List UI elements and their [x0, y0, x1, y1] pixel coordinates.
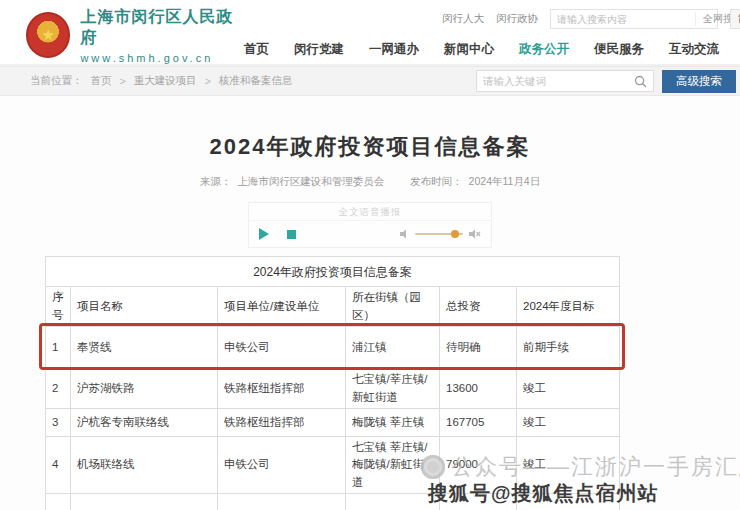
nav-item-gov-affairs[interactable]: 政务公开	[519, 41, 569, 58]
col-header-town: 所在街镇（园区）	[346, 287, 440, 327]
cell-town: 梅陇镇 莘庄镇	[346, 409, 440, 437]
cell-town: 浦江镇	[346, 327, 440, 369]
nav-item-news[interactable]: 新闻中心	[444, 41, 494, 58]
nav-item-party[interactable]: 闵行党建	[294, 41, 344, 58]
nav-item-citizen[interactable]: 便民服务	[594, 41, 644, 58]
volume-slider[interactable]	[415, 233, 463, 235]
table-header-row: 序号 项目名称 项目单位/建设单位 所在街镇（园区） 总投资 2024年度目标	[46, 287, 620, 327]
cell-name: 沪苏湖铁路	[71, 369, 218, 409]
main-nav: 首页 闵行党建 一网通办 新闻中心 政务公开 便民服务 互动交流 投资闵行 闵行…	[244, 34, 740, 64]
cell-no: 1	[46, 327, 71, 369]
col-header-name: 项目名称	[71, 287, 218, 327]
breadcrumb: 当前位置： 首页 > 重大建设项目 > 核准和备案信息	[30, 74, 292, 88]
cell-unit: 铁路枢纽指挥部	[218, 369, 346, 409]
language-selector[interactable]: 简体	[730, 9, 740, 29]
site-search: 全网搜索	[550, 9, 718, 29]
topbar-link-renda[interactable]: 闵行人大	[442, 12, 484, 26]
cell-unit: 申铁公司	[218, 327, 346, 369]
cell-no: 4	[46, 437, 71, 494]
site-url: www.shmh.gov.cn	[80, 52, 244, 64]
watermark-wechat-text: 公众号——江浙沪一手房汇总	[451, 452, 740, 482]
audio-player-title: 全文语音播报	[249, 203, 491, 221]
site-search-input[interactable]	[551, 14, 695, 25]
breadcrumb-separator: >	[120, 75, 126, 87]
wechat-badge-icon	[421, 455, 445, 479]
play-icon[interactable]	[259, 228, 269, 240]
breadcrumb-major-projects[interactable]: 重大建设项目	[134, 74, 197, 88]
page-title: 2024年政府投资项目信息备案	[0, 132, 740, 162]
table-caption: 2024年政府投资项目信息备案	[46, 257, 620, 287]
breadcrumb-approval-info[interactable]: 核准和备案信息	[219, 74, 293, 88]
col-header-unit: 项目单位/建设单位	[218, 287, 346, 327]
cell-target: 前期手续	[517, 327, 620, 369]
publish-date: 2024年11月4日	[469, 175, 541, 187]
table-row-fengxian-line: 1 奉贤线 申铁公司 浦江镇 待明确 前期手续	[46, 327, 620, 369]
nav-item-services[interactable]: 一网通办	[369, 41, 419, 58]
topbar-link-zhengxie[interactable]: 闵行政协	[496, 12, 538, 26]
cell-no: 2	[46, 369, 71, 409]
article-meta: 来源：上海市闵行区建设和管理委员会 发布时间：2024年11月4日	[0, 175, 740, 189]
watermark-wechat: 公众号——江浙沪一手房汇总	[421, 452, 740, 482]
cell-investment: 13600	[440, 369, 517, 409]
search-icon	[634, 75, 647, 88]
breadcrumb-prefix: 当前位置：	[30, 74, 83, 88]
cell-unit: 铁路枢纽指挥部	[218, 409, 346, 437]
cell-unit: 申铁公司	[218, 437, 346, 494]
stop-icon[interactable]	[287, 230, 296, 239]
cell-name: 嘉闵线	[71, 493, 218, 510]
cell-investment: 167705	[440, 409, 517, 437]
publish-label: 发布时间：	[410, 175, 463, 187]
cell-target: 竣工	[517, 409, 620, 437]
topbar: 闵行人大 闵行政协 全网搜索 简体 无障碍 关怀版	[244, 6, 740, 32]
cell-name: 沪杭客专南联络线	[71, 409, 218, 437]
site-logo[interactable]: ★ 上海市闵行区人民政府 www.shmh.gov.cn	[26, 6, 244, 64]
watermark-sohu: 搜狐号@搜狐焦点宿州站	[428, 480, 659, 507]
volume-low-icon	[398, 228, 410, 240]
breadcrumb-band: 当前位置： 首页 > 重大建设项目 > 核准和备案信息 高级搜索	[0, 66, 740, 96]
cell-investment: 待明确	[440, 327, 517, 369]
volume-mute-icon[interactable]	[468, 228, 481, 240]
col-header-target: 2024年度目标	[517, 287, 620, 327]
cell-name: 奉贤线	[71, 327, 218, 369]
cell-target: 竣工	[517, 369, 620, 409]
table-row: 3 沪杭客专南联络线 铁路枢纽指挥部 梅陇镇 莘庄镇 167705 竣工	[46, 409, 620, 437]
col-header-investment: 总投资	[440, 287, 517, 327]
nav-item-interaction[interactable]: 互动交流	[669, 41, 719, 58]
advanced-search-button[interactable]: 高级搜索	[662, 70, 736, 93]
cell-town: 七宝镇/莘庄镇/新虹街道/莘庄工业区	[346, 493, 440, 510]
national-emblem-icon: ★	[26, 12, 70, 58]
cell-no: 5	[46, 493, 71, 510]
col-header-no: 序号	[46, 287, 71, 327]
source-label: 来源：	[200, 175, 232, 187]
source-value: 上海市闵行区建设和管理委员会	[237, 175, 384, 187]
cell-town: 七宝镇/莘庄镇/新虹街道	[346, 369, 440, 409]
audio-player: 全文语音播报	[248, 202, 492, 248]
site-name: 上海市闵行区人民政府	[80, 7, 244, 49]
page-search: 高级搜索	[476, 70, 736, 93]
nav-item-home[interactable]: 首页	[244, 41, 269, 58]
table-caption-row: 2024年政府投资项目信息备案	[46, 257, 620, 287]
keyword-input[interactable]	[483, 75, 634, 87]
volume-slider-thumb[interactable]	[451, 230, 459, 238]
cell-no: 3	[46, 409, 71, 437]
cell-unit: 申铁公司	[218, 493, 346, 510]
site-header: ★ 上海市闵行区人民政府 www.shmh.gov.cn 闵行人大 闵行政协 全…	[0, 0, 740, 64]
cell-name: 机场联络线	[71, 437, 218, 494]
table-row: 2 沪苏湖铁路 铁路枢纽指挥部 七宝镇/莘庄镇/新虹街道 13600 竣工	[46, 369, 620, 409]
breadcrumb-home[interactable]: 首页	[91, 74, 112, 88]
government-webpage: ★ 上海市闵行区人民政府 www.shmh.gov.cn 闵行人大 闵行政协 全…	[0, 0, 740, 510]
breadcrumb-separator: >	[205, 75, 211, 87]
